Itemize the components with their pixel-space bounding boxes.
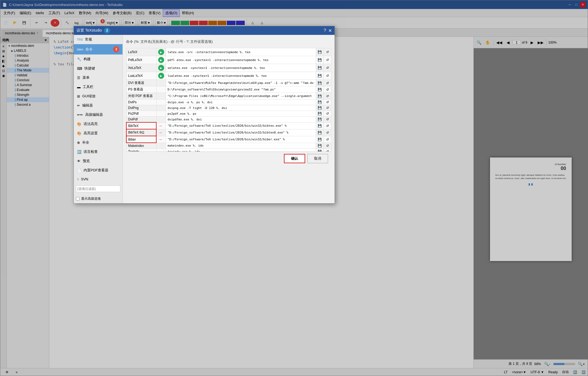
value-dvi[interactable] [166,80,316,86]
save-btn-biber[interactable]: 💾 [316,136,324,143]
save-btn-bibtex[interactable]: 💾 [316,122,324,129]
play-btn-lualatex[interactable]: ▶ [158,73,164,79]
reset-btn-texindy[interactable]: ↺ [324,149,331,152]
value-makeindex[interactable] [166,143,316,149]
value-ps2pdf[interactable] [166,111,316,117]
menu-build[interactable]: 🔧 构建 [74,54,122,64]
save-btn-texindy[interactable]: 💾 [316,149,324,152]
menu-syntax[interactable]: 🎨 语法高亮 [74,119,122,129]
play-texindy [156,149,166,152]
input-lualatex[interactable] [168,74,314,78]
value-latex[interactable] [166,48,316,56]
reset-btn-ps2pdf[interactable]: ↺ [324,111,331,117]
dialog-help-button[interactable]: ? [324,28,326,33]
menu-lang-check[interactable]: 🔤 语言检查 [74,147,122,156]
value-ps[interactable] [166,86,316,93]
input-ext-pdf[interactable] [168,94,314,98]
save-btn-xelatex[interactable]: 💾 [316,64,324,72]
filter-input[interactable] [76,186,120,192]
play-btn-xelatex[interactable]: ▶ [158,65,164,71]
menu-complete[interactable]: ⊕ 补全 [74,138,122,147]
value-pdflatex[interactable] [166,56,316,64]
value-bibtex8[interactable] [166,129,316,136]
value-biber[interactable] [166,136,316,143]
play-bibtex: → [156,122,166,129]
reset-btn-dvi[interactable]: ↺ [324,80,331,86]
save-btn-ps[interactable]: 💾 [316,86,324,93]
menu-editor[interactable]: ✏ 编辑器 [74,101,122,110]
menu-commands[interactable]: latex 命令 3 [74,44,122,54]
reset-btn-bibtex8[interactable]: ↺ [324,129,331,136]
reset-btn-dvipng[interactable]: ↺ [324,105,331,111]
cancel-button[interactable]: 取消 [307,154,328,163]
input-xelatex[interactable] [168,66,314,70]
menu-preview[interactable]: 👁 预览 [74,156,122,166]
show-advanced-checkbox[interactable] [76,197,79,201]
menu-shortcuts-label: 快捷键 [84,66,95,71]
menu-highlight-settings[interactable]: 🎨 高亮设置 [74,129,122,138]
reset-btn-lualatex[interactable]: ↺ [324,72,331,80]
play-xelatex[interactable]: ▶ [156,64,166,72]
confirm-button[interactable]: 确认 [284,154,305,163]
input-biber[interactable] [168,138,314,141]
value-ext-pdf[interactable] [166,93,316,99]
reset-btn-dvips[interactable]: ↺ [324,99,331,105]
input-bibtex8[interactable] [168,131,314,134]
input-dvipng[interactable] [168,106,314,110]
value-dvipng[interactable] [166,105,316,111]
command-scroll[interactable]: LaTeX ▶ 💾 ↺ [126,48,331,151]
save-btn-dvi[interactable]: 💾 [316,80,324,86]
save-btn-dvips[interactable]: 💾 [316,99,324,105]
play-pdflatex[interactable]: ▶ [156,56,166,64]
menu-svn[interactable]: ↑ SVN [74,175,122,183]
menu-gui-scale[interactable]: ⊞ GUI缩放 [74,92,122,101]
input-makeindex[interactable] [168,144,314,147]
menu-adv-editor[interactable]: ✏✏ 高级编辑器 [74,110,122,119]
input-ps2pdf[interactable] [168,112,314,116]
menu-toolbar[interactable]: ▬ 工具栏 [74,82,122,92]
reset-btn-ext-pdf[interactable]: ↺ [324,93,331,99]
save-btn-pdflatex[interactable]: 💾 [316,56,324,64]
menu-shortcuts[interactable]: ⌨ 快捷键 [74,64,122,73]
reset-btn-biber[interactable]: ↺ [324,136,331,143]
save-btn-dvipng[interactable]: 💾 [316,105,324,111]
input-pdflatex[interactable] [168,58,314,62]
dialog-close-button[interactable]: ✕ [328,28,332,33]
play-dvips [156,99,166,105]
menu-menus[interactable]: ☰ 菜单 [74,73,122,82]
save-btn-dvipdf[interactable]: 💾 [316,117,324,123]
input-dvi[interactable] [168,81,314,85]
play-lualatex[interactable]: ▶ [156,72,166,80]
reset-btn-ps[interactable]: ↺ [324,86,331,93]
input-texindy[interactable] [168,150,314,152]
reset-btn-xelatex[interactable]: ↺ [324,64,331,72]
value-dvips[interactable] [166,99,316,105]
play-latex[interactable]: ▶ [156,48,166,56]
reset-btn-bibtex[interactable]: ↺ [324,122,331,129]
save-btn-ps2pdf[interactable]: 💾 [316,111,324,117]
value-xelatex[interactable] [166,64,316,72]
save-btn-makeindex[interactable]: 💾 [316,143,324,149]
input-dvipdf[interactable] [168,118,314,121]
play-btn-latex[interactable]: ▶ [158,49,164,55]
value-dvipdf[interactable] [166,117,316,123]
input-bibtex[interactable] [168,124,314,128]
value-lualatex[interactable] [166,72,316,80]
menu-general[interactable]: TXS 常规 [74,35,122,44]
save-btn-bibtex8[interactable]: 💾 [316,129,324,136]
input-dvips[interactable] [168,101,314,104]
menu-pdf-viewer[interactable]: 📄 内置PDF查看器 [74,166,122,175]
gui-icon: ⊞ [77,94,80,98]
reset-btn-latex[interactable]: ↺ [324,48,331,56]
input-latex[interactable] [168,50,314,54]
save-btn-lualatex[interactable]: 💾 [316,72,324,80]
reset-btn-pdflatex[interactable]: ↺ [324,56,331,64]
reset-btn-dvipdf[interactable]: ↺ [324,117,331,123]
play-btn-pdflatex[interactable]: ▶ [158,57,164,63]
value-bibtex[interactable] [166,122,316,129]
input-ps[interactable] [168,88,314,91]
value-texindy[interactable] [166,149,316,152]
reset-btn-makeindex[interactable]: ↺ [324,143,331,149]
save-btn-latex[interactable]: 💾 [316,48,324,56]
save-btn-ext-pdf[interactable]: 💾 [316,93,324,99]
